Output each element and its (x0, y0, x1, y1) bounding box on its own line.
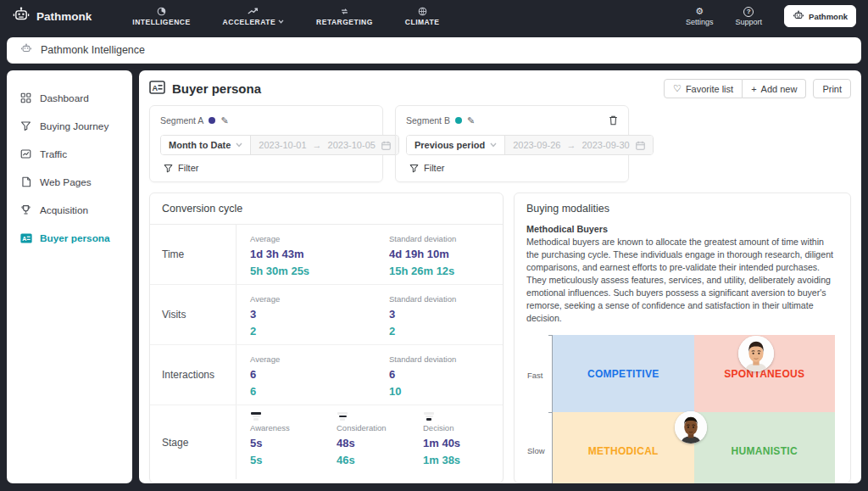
stage-name: Awareness (250, 423, 337, 432)
nav-item-accelerate[interactable]: ACCELERATE (223, 7, 284, 26)
chevron-down-icon (490, 142, 497, 148)
column-header-average: Average (250, 294, 389, 304)
add-new-button[interactable]: + Add new (743, 79, 806, 98)
app-bar-title: Pathmonk Intelligence (41, 44, 145, 56)
pathmonk-robot-icon (12, 5, 31, 27)
segment-b-date-range[interactable]: 2023-09-26 → 2023-09-30 (505, 136, 653, 154)
retargeting-refresh-icon (340, 7, 349, 16)
intelligence-pie-icon (157, 7, 166, 16)
main-nav: INTELLIGENCE ACCELERATE RETARGETING CLIM… (132, 7, 439, 26)
funnel-stage-middle-icon (337, 412, 348, 421)
question-icon: ? (743, 7, 754, 17)
support-button[interactable]: ? Support (736, 7, 763, 26)
print-button[interactable]: Print (813, 79, 851, 98)
value-segment-a: 6 (389, 366, 528, 383)
row-label: Interactions (150, 345, 236, 405)
sidebar-item-traffic[interactable]: Traffic (7, 140, 132, 168)
buying-modalities-title: Buying modalities (515, 193, 850, 224)
calendar-icon (381, 141, 391, 150)
nav-item-climate[interactable]: CLIMATE (405, 7, 440, 26)
page-icon (19, 176, 32, 188)
filter-funnel-icon (409, 164, 419, 173)
quadrant-label: COMPETITIVE (587, 368, 659, 380)
row-label: Time (150, 225, 236, 284)
chevron-down-icon (236, 142, 242, 148)
trophy-icon (19, 204, 32, 216)
segment-a-filter-button[interactable]: Filter (160, 163, 372, 173)
date-end: 2023-09-30 (581, 140, 629, 150)
stage-consideration: Consideration 48s 46s (337, 412, 423, 479)
column-header-std: Standard deviation (389, 234, 528, 243)
column-header-std: Standard deviation (389, 294, 528, 304)
favorite-list-button[interactable]: ♡ Favorite list (664, 79, 743, 98)
brand-name: Pathmonk (36, 10, 92, 23)
nav-label: RETARGETING (316, 18, 373, 26)
sidebar-item-label: Acquisition (40, 204, 88, 216)
value-segment-a: 48s (337, 435, 423, 452)
calendar-icon (636, 141, 645, 150)
segment-a-color-dot (209, 117, 215, 124)
sidebar-item-dashboard[interactable]: Dashboard (7, 84, 132, 112)
filter-label: Filter (178, 163, 198, 173)
filter-label: Filter (424, 163, 444, 173)
segment-b-filter-button[interactable]: Filter (406, 163, 618, 173)
sidebar-item-web-pages[interactable]: Web Pages (7, 168, 132, 196)
persona-avatar-1 (738, 336, 774, 371)
edit-pencil-icon[interactable]: ✎ (220, 115, 228, 126)
segment-a-date-range[interactable]: 2023-10-01 → 2023-10-05 (251, 136, 398, 154)
sidebar-item-buying-journey[interactable]: Buying Journey (7, 112, 132, 140)
heart-icon: ♡ (673, 83, 682, 94)
chart-icon (19, 148, 32, 160)
quadrant-label: METHODICAL (588, 445, 659, 457)
persona-avatar-2 (675, 411, 707, 444)
nav-item-intelligence[interactable]: INTELLIGENCE (132, 7, 190, 26)
segment-a-period-select[interactable]: Month to Date (161, 136, 251, 154)
sidebar-item-label: Dashboard (40, 92, 89, 104)
table-row-stage: Stage Awareness 5s 5s Consideration 48s (150, 405, 503, 479)
toolbar: ♡ Favorite list + Add new Print (664, 79, 851, 98)
edit-pencil-icon[interactable]: ✎ (467, 115, 475, 126)
buying-modalities-quadrant-chart: COMPETITIVE SPONTANEOUS METHODICAL HUMAN… (526, 333, 838, 483)
gear-icon: ⚙ (695, 6, 704, 17)
arrow-icon: → (566, 140, 576, 150)
y-axis-label-slow: Slow (527, 446, 548, 455)
table-row-time: Time Average 1d 3h 43m 5h 30m 25s Standa… (150, 225, 503, 285)
value-segment-a: 5s (250, 435, 337, 452)
value-segment-b: 2 (389, 323, 528, 340)
buying-modalities-card: Buying modalities Methodical Buyers Meth… (514, 192, 851, 483)
settings-button[interactable]: ⚙ Settings (686, 6, 714, 26)
quadrant-humanistic: HUMANISTIC (694, 412, 836, 483)
stage-name: Decision (423, 423, 509, 432)
print-label: Print (822, 84, 842, 94)
period-value: Previous period (415, 140, 485, 150)
segment-b-card: Segment B ✎ Previous period 2023-09-26 → (395, 105, 629, 182)
y-tick (548, 335, 552, 336)
nav-label: CLIMATE (405, 18, 440, 26)
stage-awareness: Awareness 5s 5s (250, 412, 337, 479)
date-start: 2023-09-26 (513, 140, 560, 150)
chevron-down-icon (278, 20, 284, 24)
sidebar-item-acquisition[interactable]: Acquisition (7, 196, 132, 224)
column-header-std: Standard deviation (389, 354, 528, 364)
delete-trash-icon[interactable] (609, 115, 618, 126)
period-value: Month to Date (169, 140, 231, 150)
segment-b-name: Segment B (406, 115, 450, 126)
sidebar-item-buyer-persona[interactable]: A Buyer persona (7, 224, 132, 252)
main-panel: A Buyer persona ♡ Favorite list + Add ne… (139, 70, 861, 483)
value-segment-a: 3 (250, 306, 389, 323)
segment-b-period-select[interactable]: Previous period (407, 136, 505, 154)
funnel-icon (19, 120, 32, 132)
account-button[interactable]: Pathmonk (784, 5, 856, 27)
add-new-label: Add new (761, 84, 798, 94)
stage-name: Consideration (337, 423, 423, 432)
conversion-cycle-card: Conversion cycle Time Average 1d 3h 43m … (149, 192, 504, 483)
date-end: 2023-10-05 (328, 140, 376, 150)
nav-item-retargeting[interactable]: RETARGETING (316, 7, 373, 26)
brand[interactable]: Pathmonk (12, 5, 92, 27)
y-tick (548, 412, 552, 413)
funnel-stage-top-icon (250, 412, 262, 421)
value-segment-b: 5h 30m 25s (250, 263, 389, 280)
value-segment-b: 1m 38s (423, 452, 509, 469)
modality-heading: Methodical Buyers (526, 224, 838, 234)
pathmonk-robot-icon-dark (793, 9, 804, 23)
